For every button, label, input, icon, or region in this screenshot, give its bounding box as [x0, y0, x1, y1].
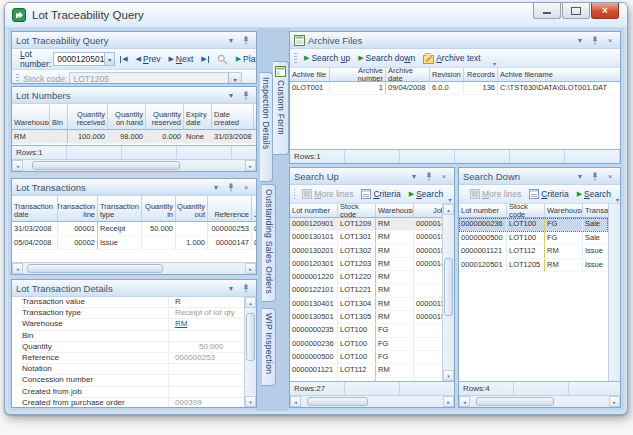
chevron-down-icon[interactable]: ▾ [574, 170, 586, 182]
pin-icon[interactable] [240, 282, 252, 294]
grid-cell[interactable]: 0000000235 [290, 324, 338, 336]
grid-cell[interactable]: 0000120901 [290, 218, 338, 230]
first-button[interactable]: ◀ [117, 52, 130, 66]
column-header[interactable]: Quantity reserved [146, 104, 184, 129]
grid-cell[interactable]: 0000120301 [290, 258, 338, 270]
grid-cell[interactable]: 00002 [58, 236, 98, 249]
grid-cell[interactable]: 1 [330, 82, 386, 94]
table-row[interactable]: 0000130401LOT1304RM00000151 [290, 298, 442, 311]
table-row[interactable]: 0000130101LOT1301RM00000151 [290, 231, 442, 244]
table-row[interactable]: 0LOT001109/04/20086.0.0136C:\TST630\DATA… [290, 82, 620, 95]
scroll-right-icon[interactable]: ▸ [609, 396, 620, 407]
chevron-down-icon[interactable]: ▾ [228, 73, 241, 84]
toolbar-grip[interactable] [294, 53, 297, 64]
table-row[interactable]: 0000001121LOT112RM [290, 364, 442, 377]
column-header[interactable]: Transaction line [58, 196, 98, 221]
detail-row[interactable]: WarehouseRM [22, 319, 244, 330]
column-header[interactable]: Achive file [290, 68, 330, 81]
scroll-up-icon[interactable]: ▴ [443, 204, 454, 215]
grid-cell[interactable]: RM [545, 259, 583, 272]
grid-cell[interactable]: 0000130501 [290, 311, 338, 323]
grid-cell[interactable]: None [184, 130, 212, 143]
column-header[interactable]: Warehouse [12, 104, 50, 129]
scrollbar-thumb[interactable] [32, 161, 181, 170]
grid-cell[interactable] [176, 222, 208, 235]
grid-cell[interactable]: LOT112 [507, 245, 545, 258]
play-button[interactable]: ▶Play [233, 52, 257, 66]
column-header[interactable]: Transaction date [12, 196, 58, 221]
search-button[interactable]: ▶Search [574, 187, 614, 201]
grid-cell[interactable]: FG [545, 232, 583, 245]
column-header[interactable]: Job [414, 204, 442, 217]
chevron-down-icon[interactable]: ▾ [225, 34, 237, 46]
minimize-button[interactable] [533, 3, 561, 19]
column-header[interactable]: Reference [208, 196, 252, 221]
detail-row[interactable]: Concession number [22, 375, 244, 386]
column-header[interactable]: Quantity in [142, 196, 176, 221]
column-header[interactable]: Archive date [386, 68, 430, 81]
detail-row[interactable]: Quantity50.000 [22, 342, 244, 353]
pin-icon[interactable] [589, 170, 601, 182]
grid-cell[interactable]: 00000151 [414, 311, 442, 323]
grid-cell[interactable]: LOT100 [338, 324, 376, 336]
search-down-button[interactable]: ▶Search down [355, 51, 418, 65]
grid-cell[interactable]: RM [376, 284, 414, 296]
column-header[interactable]: Archive number [330, 68, 386, 81]
grid-cell[interactable]: Issue [583, 259, 608, 272]
tab-custom-form[interactable]: Custom Form [273, 61, 289, 155]
grid-cell[interactable]: LOT1221 [338, 284, 376, 296]
archive-text-button[interactable]: Archive text [420, 51, 483, 65]
detail-row[interactable]: Notation [22, 364, 244, 375]
column-header[interactable]: Jo [252, 196, 256, 221]
scrollbar-thumb[interactable] [246, 313, 255, 361]
grid-cell[interactable]: 0000000236 [290, 338, 338, 350]
horizontal-scrollbar[interactable]: ◂ ▸ [12, 159, 256, 171]
grid-cell[interactable]: RM [376, 271, 414, 283]
tab-inspection-details[interactable]: Inspection Details [260, 72, 273, 182]
detail-row[interactable]: Created from job [22, 387, 244, 398]
grid-cell[interactable]: C:\TST630\DATA\0LOT001.DAT [498, 82, 620, 94]
grid-cell[interactable]: RM [376, 364, 414, 376]
grid-cell[interactable]: 09/04/2008 [386, 82, 430, 94]
column-header[interactable]: Expiry date [184, 104, 212, 129]
column-header[interactable]: Revision [430, 68, 464, 81]
maximize-button[interactable] [562, 3, 590, 19]
grid-cell[interactable]: 0000001121 [459, 245, 507, 258]
pin-icon[interactable] [240, 89, 252, 101]
grid-cell[interactable]: LOT1220 [338, 271, 376, 283]
grid-cell[interactable]: 0000130401 [290, 298, 338, 310]
pin-icon[interactable] [240, 34, 252, 46]
scroll-right-icon[interactable]: ▸ [245, 263, 256, 274]
vertical-scrollbar[interactable] [608, 204, 620, 381]
grid-cell[interactable]: LOT1304 [338, 298, 376, 310]
scroll-left-icon[interactable]: ◂ [12, 263, 23, 274]
grid-cell[interactable]: RM [545, 245, 583, 258]
more-lines-button[interactable]: More lines [467, 187, 524, 201]
grid-cell[interactable]: LOT1209 [338, 218, 376, 230]
column-header[interactable]: Achive filename [498, 68, 620, 81]
toolbar-grip[interactable] [294, 189, 295, 200]
grid-cell[interactable]: 0LOT001 [290, 82, 330, 94]
grid-cell[interactable]: LOT1301 [338, 231, 376, 243]
column-header[interactable]: Bin [50, 104, 68, 129]
grid-cell[interactable] [414, 338, 442, 350]
grid-cell[interactable]: LOT1302 [338, 245, 376, 257]
tab-outstanding-sales-orders[interactable]: Outstanding Sales Orders [262, 184, 276, 302]
last-button[interactable]: ▶ [198, 52, 211, 66]
detail-row[interactable]: Bin [22, 331, 244, 342]
scroll-left-icon[interactable]: ◂ [12, 160, 23, 171]
detail-row[interactable]: Reference000000253 [22, 353, 244, 364]
scroll-left-icon[interactable]: ◂ [290, 396, 301, 407]
chevron-down-icon[interactable]: ▾ [225, 89, 237, 101]
table-row[interactable]: 0000001220LOT1220RM [290, 271, 442, 284]
grid-cell[interactable]: 50.000 [142, 222, 176, 235]
chevron-down-icon[interactable]: ▾ [574, 34, 586, 46]
grid-cell[interactable]: RM [376, 218, 414, 230]
grid-cell[interactable]: 31/03/2008 [212, 130, 254, 143]
grid-cell[interactable]: 0000001220 [290, 271, 338, 283]
grid-cell[interactable]: 000000253 [208, 222, 252, 235]
grid-cell[interactable] [414, 364, 442, 376]
pin-icon[interactable] [423, 170, 435, 182]
search-button-disabled[interactable] [214, 52, 231, 66]
lot-number-combobox[interactable]: 0000120501 ▾ [53, 52, 115, 66]
